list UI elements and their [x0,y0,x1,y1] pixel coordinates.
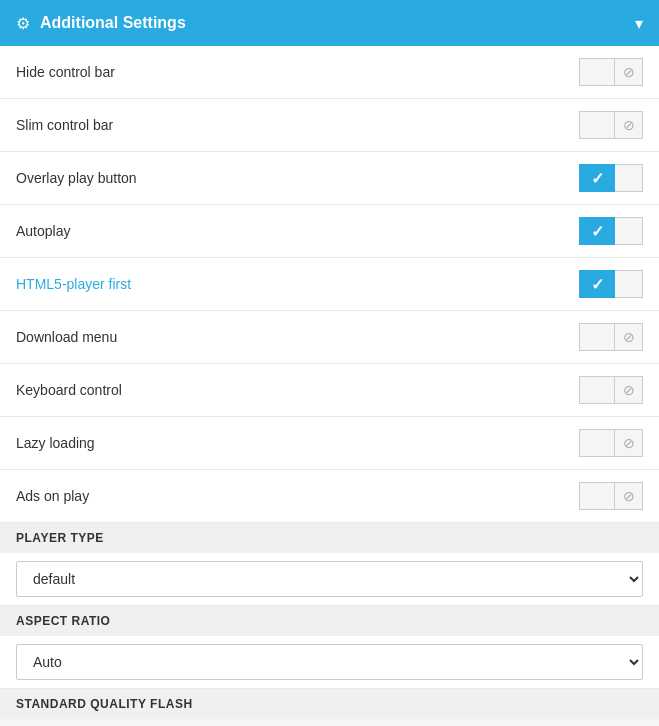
toggle-checkbox-keyboard-control[interactable] [579,376,615,404]
toggle-autoplay[interactable] [579,217,643,245]
setting-label-keyboard-control: Keyboard control [16,382,122,398]
setting-label-html5-player-first: HTML5-player first [16,276,131,292]
setting-label-slim-control-bar: Slim control bar [16,117,113,133]
toggle-disable-ads-on-play[interactable]: ⊘ [615,482,643,510]
toggle-disable-download-menu[interactable]: ⊘ [615,323,643,351]
aspect-ratio-select[interactable]: Auto 16:9 4:3 1:1 [16,644,643,680]
setting-row-html5-player-first: HTML5-player first [0,258,659,311]
setting-label-hide-control-bar: Hide control bar [16,64,115,80]
setting-row-ads-on-play: Ads on play ⊘ [0,470,659,523]
toggle-checkbox-hide-control-bar[interactable] [579,58,615,86]
toggle-checkbox-download-menu[interactable] [579,323,615,351]
toggle-disable-hide-control-bar[interactable]: ⊘ [615,58,643,86]
toggle-checkbox-html5-player-first[interactable] [579,270,615,298]
toggle-disable-html5-player-first[interactable] [615,270,643,298]
toggle-html5-player-first[interactable] [579,270,643,298]
player-type-section-header: PLAYER TYPE [0,523,659,553]
toggle-ads-on-play[interactable]: ⊘ [579,482,643,510]
toggle-checkbox-overlay-play-button[interactable] [579,164,615,192]
setting-label-ads-on-play: Ads on play [16,488,89,504]
panel-header: ⚙ Additional Settings ▾ [0,0,659,46]
toggle-disable-lazy-loading[interactable]: ⊘ [615,429,643,457]
setting-label-overlay-play-button: Overlay play button [16,170,137,186]
toggle-disable-slim-control-bar[interactable]: ⊘ [615,111,643,139]
header-left: ⚙ Additional Settings [16,14,186,33]
toggle-checkbox-lazy-loading[interactable] [579,429,615,457]
setting-label-autoplay: Autoplay [16,223,70,239]
chevron-down-icon[interactable]: ▾ [635,14,643,33]
toggle-download-menu[interactable]: ⊘ [579,323,643,351]
toggle-slim-control-bar[interactable]: ⊘ [579,111,643,139]
additional-settings-panel: ⚙ Additional Settings ▾ Hide control bar… [0,0,659,719]
toggle-hide-control-bar[interactable]: ⊘ [579,58,643,86]
setting-row-download-menu: Download menu ⊘ [0,311,659,364]
toggle-keyboard-control[interactable]: ⊘ [579,376,643,404]
aspect-ratio-select-row: Auto 16:9 4:3 1:1 [0,636,659,689]
setting-row-keyboard-control: Keyboard control ⊘ [0,364,659,417]
panel-title: Additional Settings [40,14,186,32]
toggle-checkbox-autoplay[interactable] [579,217,615,245]
standard-quality-flash-section-header: STANDARD QUALITY FLASH [0,689,659,719]
toggle-overlay-play-button[interactable] [579,164,643,192]
setting-row-slim-control-bar: Slim control bar ⊘ [0,99,659,152]
settings-list: Hide control bar ⊘ Slim control bar ⊘ Ov… [0,46,659,523]
toggle-lazy-loading[interactable]: ⊘ [579,429,643,457]
setting-row-lazy-loading: Lazy loading ⊘ [0,417,659,470]
setting-row-overlay-play-button: Overlay play button [0,152,659,205]
setting-label-lazy-loading: Lazy loading [16,435,95,451]
toggle-checkbox-slim-control-bar[interactable] [579,111,615,139]
toggle-disable-overlay-play-button[interactable] [615,164,643,192]
setting-row-hide-control-bar: Hide control bar ⊘ [0,46,659,99]
player-type-select[interactable]: default flash html5 [16,561,643,597]
toggle-checkbox-ads-on-play[interactable] [579,482,615,510]
toggle-disable-autoplay[interactable] [615,217,643,245]
setting-row-autoplay: Autoplay [0,205,659,258]
gear-icon: ⚙ [16,14,30,33]
aspect-ratio-section-header: ASPECT RATIO [0,606,659,636]
toggle-disable-keyboard-control[interactable]: ⊘ [615,376,643,404]
setting-label-download-menu: Download menu [16,329,117,345]
player-type-select-row: default flash html5 [0,553,659,606]
